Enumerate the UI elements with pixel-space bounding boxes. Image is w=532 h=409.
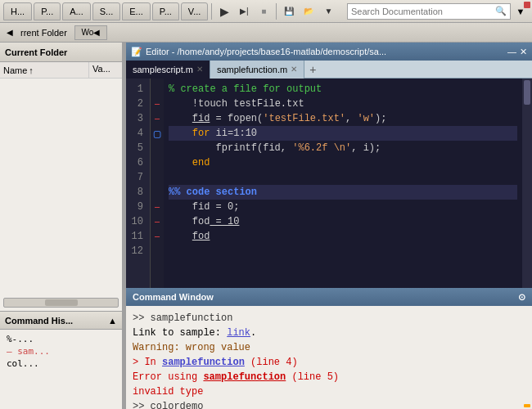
cmd-line-4: > In samplefunction (line 4) (133, 355, 525, 370)
cmd-line-1: >> samplefunction (133, 311, 525, 326)
gutter-3: — (151, 111, 164, 126)
search-input[interactable] (351, 7, 495, 16)
toolbar-tab-p2[interactable]: P... (152, 2, 179, 20)
code-line-2: !touch testFile.txt (169, 97, 517, 111)
cmd-history-expand[interactable]: ▲ (108, 316, 117, 326)
search-box: 🔍 (347, 3, 511, 20)
sort-arrow: ↑ (29, 65, 34, 75)
gutter-6 (151, 155, 164, 170)
col-name-label: Name (3, 65, 27, 75)
gutter-10: — (151, 214, 164, 229)
code-line-5: fprintf(fid, '%6.2f \n', i); (169, 141, 517, 155)
cmd-window: Command Window ⊙ >> samplefunction Link … (126, 288, 532, 409)
code-line-7 (169, 170, 517, 185)
main-layout: Current Folder Name ↑ Va... Command His.… (0, 43, 532, 409)
gutter-1 (151, 82, 164, 97)
vertical-scrollbar[interactable] (522, 79, 532, 288)
toolbar-tab-e[interactable]: E... (122, 2, 151, 20)
code-line-6: end (169, 155, 517, 170)
code-line-8: %% code section (169, 185, 517, 200)
sidebar-scroll-area (0, 79, 122, 311)
save-button[interactable]: 💾 (280, 2, 298, 20)
toolbar-tab-p[interactable]: P... (34, 2, 61, 20)
line-num-1: 1 (126, 82, 147, 97)
cmd-history-panel: Command His... ▲ %-... — sam... col... (0, 311, 122, 409)
cmd-window-header: Command Window ⊙ (126, 288, 532, 306)
cmd-history-header: Command His... ▲ (0, 312, 122, 330)
editor-icon: 📝 (131, 47, 142, 57)
tab-add-button[interactable]: + (304, 63, 321, 76)
line-num-8: 8 (126, 185, 147, 200)
tab-samplefunction[interactable]: samplefunction.m ✕ (210, 61, 304, 79)
sidebar-header: Current Folder (0, 43, 122, 62)
line-num-7: 7 (126, 170, 147, 185)
col-name[interactable]: Name ↑ (0, 62, 89, 78)
cmd-line-2: Link to sample: link. (133, 326, 525, 340)
cmd-history-title: Command His... (5, 316, 73, 326)
editor: 📝 Editor - /home/andy/projects/base16-ma… (126, 43, 532, 288)
line-num-4: 4 (126, 126, 147, 141)
step-button[interactable]: ▶| (235, 2, 253, 20)
line-num-6: 6 (126, 155, 147, 170)
cmd-window-title: Command Window (133, 292, 214, 302)
code-line-4: for ii=1:10 (169, 126, 517, 141)
editor-tabs: samplescript.m ✕ samplefunction.m ✕ + (126, 61, 532, 79)
separator2 (276, 3, 277, 20)
cmd-window-content[interactable]: >> samplefunction Link to sample: link. … (126, 306, 532, 409)
code-gutter: — — ▢ — — — (151, 79, 164, 288)
right-panel: 📝 Editor - /home/andy/projects/base16-ma… (126, 43, 532, 409)
toolbar-tab-s[interactable]: S... (92, 2, 121, 20)
sidebar-title: Current Folder (5, 47, 67, 57)
toolbar-tab-h[interactable]: H... (3, 2, 32, 20)
col-value[interactable]: Va... (89, 62, 122, 78)
cmd-line-5: Error using samplefunction (line 5) (133, 370, 525, 384)
gutter-7 (151, 170, 164, 185)
code-line-9: fid = 0; (169, 200, 517, 214)
cmd-history-item[interactable]: col... (7, 357, 115, 370)
line-num-3: 3 (126, 111, 147, 126)
search-icon: 🔍 (495, 6, 507, 16)
editor-titlebar: 📝 Editor - /home/andy/projects/base16-ma… (126, 43, 532, 61)
open-button[interactable]: 📂 (300, 2, 318, 20)
cmd-line-3: Warning: wrong value (133, 340, 525, 355)
code-line-1: % create a file for output (169, 82, 517, 97)
play-button[interactable]: ▶ (215, 2, 233, 20)
tab-samplescript-close[interactable]: ✕ (196, 65, 203, 74)
gutter-9: — (151, 200, 164, 214)
toolbar-tab-v[interactable]: V... (181, 2, 209, 20)
line-num-2: 2 (126, 97, 147, 111)
stop-button[interactable]: ■ (255, 2, 273, 20)
second-toolbar: ◀ rrent Folder Wo◀ (0, 23, 532, 43)
code-line-3: fid = fopen('testFile.txt', 'w'); (169, 111, 517, 126)
gutter-11: — (151, 229, 164, 244)
cmd-line-6: invalid type (133, 384, 525, 399)
code-content[interactable]: % create a file for output !touch testFi… (164, 79, 522, 288)
cmd-history-item[interactable]: — sam... (7, 345, 115, 357)
back-button[interactable]: ◀ (3, 26, 16, 38)
tab-samplefunction-close[interactable]: ✕ (291, 65, 297, 74)
line-num-9: 9 (126, 200, 147, 214)
line-num-12: 12 (126, 244, 147, 258)
code-area: 1 2 3 4 5 6 7 8 9 10 11 12 — — (126, 79, 532, 288)
scrollbar-thumb (45, 299, 78, 306)
toolbar-tab-a[interactable]: A... (62, 2, 91, 20)
line-num-10: 10 (126, 214, 147, 229)
more-button[interactable]: ▼ (319, 2, 337, 20)
folder-label: rrent Folder (17, 28, 70, 38)
line-num-11: 11 (126, 229, 147, 244)
workspace-button[interactable]: Wo◀ (74, 25, 107, 40)
gutter-4: ▢ (151, 126, 164, 141)
gutter-8 (151, 185, 164, 200)
code-line-12 (169, 244, 517, 258)
editor-minimize[interactable]: — (507, 47, 516, 56)
gutter-12 (151, 244, 164, 258)
tab-samplescript[interactable]: samplescript.m ✕ (126, 61, 210, 79)
editor-title: Editor - /home/andy/projects/base16-matl… (146, 47, 504, 56)
cmd-history-item[interactable]: %-... (7, 333, 115, 345)
separator (211, 3, 212, 20)
gutter-5 (151, 141, 164, 155)
line-num-5: 5 (126, 141, 147, 155)
cmd-history-items: %-... — sam... col... (0, 330, 122, 373)
sidebar-scrollbar[interactable] (3, 298, 119, 308)
sidebar-columns: Name ↑ Va... (0, 62, 122, 79)
